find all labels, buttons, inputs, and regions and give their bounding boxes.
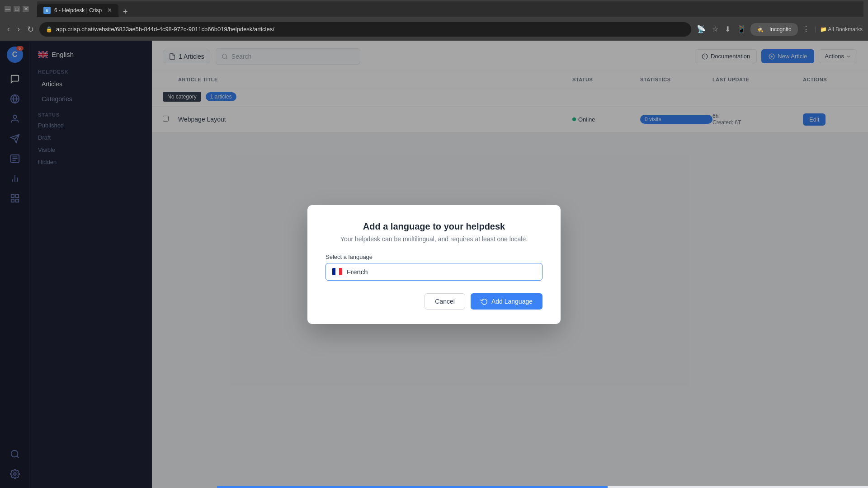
- modal-title: Add a language to your helpdesk: [326, 221, 542, 232]
- modal-actions: Cancel Add Language: [326, 293, 542, 310]
- url-bar[interactable]: 🔒 app.crisp.chat/website/6833ae5b-844d-4…: [39, 22, 691, 37]
- back-button[interactable]: ‹: [5, 23, 12, 36]
- download-icon[interactable]: ⬇: [723, 23, 732, 35]
- reload-button[interactable]: ↻: [25, 23, 36, 36]
- browser-titlebar: — □ ✕ 6 6 - Helpdesk | Crisp ✕ +: [0, 0, 868, 18]
- maximize-button[interactable]: □: [14, 6, 20, 12]
- progress-fill: [217, 486, 608, 488]
- tab-close-icon[interactable]: ✕: [107, 7, 112, 14]
- cancel-button[interactable]: Cancel: [425, 293, 465, 310]
- minimize-button[interactable]: —: [5, 6, 11, 12]
- bookmarks-bar: 📁 All Bookmarks: [815, 26, 863, 33]
- tab-bar: 6 6 - Helpdesk | Crisp ✕ +: [37, 1, 863, 17]
- incognito-icon: 🕵: [755, 24, 765, 34]
- incognito-label: Incognito: [768, 24, 793, 34]
- cast-icon[interactable]: 📡: [695, 23, 708, 35]
- add-language-modal: Add a language to your helpdesk Your hel…: [307, 205, 561, 324]
- selected-language-label: French: [347, 268, 368, 276]
- forward-button[interactable]: ›: [15, 23, 22, 36]
- new-tab-button[interactable]: +: [120, 7, 131, 17]
- browser-toolbar: ‹ › ↻ 🔒 app.crisp.chat/website/6833ae5b-…: [0, 18, 868, 41]
- menu-icon[interactable]: ⋮: [801, 23, 811, 35]
- modal-select-label: Select a language: [326, 253, 542, 260]
- close-button[interactable]: ✕: [23, 6, 29, 12]
- modal-subtitle: Your helpdesk can be multilingual, and r…: [326, 235, 542, 243]
- french-flag-icon: [332, 268, 342, 275]
- browser-chrome: — □ ✕ 6 6 - Helpdesk | Crisp ✕ + ‹ › ↻ 🔒…: [0, 0, 868, 41]
- add-lang-icon: [481, 298, 488, 305]
- url-text: app.crisp.chat/website/6833ae5b-844d-4c9…: [56, 26, 274, 33]
- bookmark-icon[interactable]: ☆: [710, 23, 720, 35]
- progress-bar: [217, 486, 868, 488]
- lock-icon: 🔒: [46, 26, 52, 33]
- tab-favicon: 6: [43, 7, 51, 14]
- language-select[interactable]: French: [326, 263, 542, 281]
- tab-title: 6 - Helpdesk | Crisp: [54, 7, 102, 14]
- incognito-badge: 🕵 Incognito: [750, 23, 798, 36]
- toolbar-actions: 📡 ☆ ⬇ 📱 🕵 Incognito ⋮: [695, 23, 811, 36]
- add-language-button[interactable]: Add Language: [471, 293, 542, 310]
- window-controls: — □ ✕: [5, 6, 29, 12]
- modal-overlay[interactable]: Add a language to your helpdesk Your hel…: [0, 41, 868, 488]
- devices-icon[interactable]: 📱: [735, 23, 748, 35]
- active-tab[interactable]: 6 6 - Helpdesk | Crisp ✕: [37, 4, 118, 17]
